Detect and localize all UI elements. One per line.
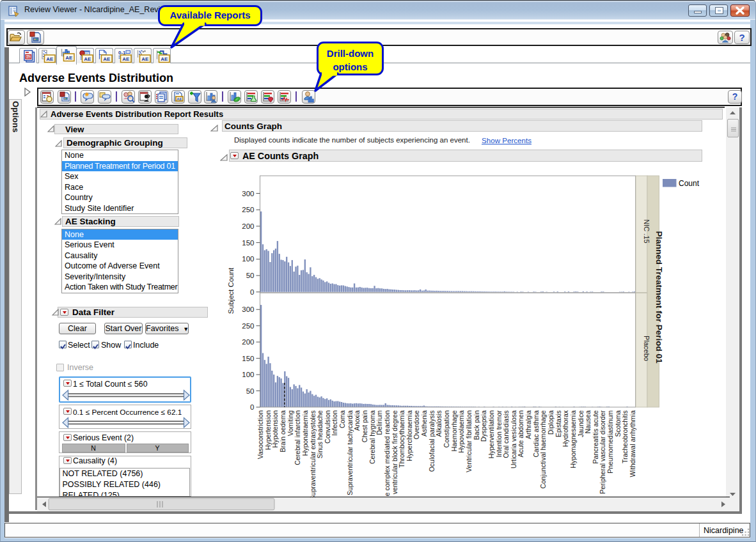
svg-text:Conjunctival haemorrhage: Conjunctival haemorrhage bbox=[539, 410, 547, 489]
svg-text:Vasoconstriction: Vasoconstriction bbox=[256, 410, 264, 459]
svg-text:250: 250 bbox=[242, 322, 254, 330]
svg-text:ventricular block first degree: ventricular block first degree bbox=[391, 410, 398, 494]
svg-text:0: 0 bbox=[250, 288, 254, 296]
svg-text:Oculofacial paralysis: Oculofacial paralysis bbox=[428, 410, 436, 472]
svg-text:Arthralgia: Arthralgia bbox=[524, 410, 532, 439]
svg-text:NIC .15: NIC .15 bbox=[643, 219, 650, 243]
svg-text:150: 150 bbox=[242, 355, 254, 362]
svg-text:Anoxia: Anoxia bbox=[353, 410, 361, 431]
svg-text:Hyperchloraemia: Hyperchloraemia bbox=[406, 410, 413, 461]
svg-text:250: 250 bbox=[242, 206, 254, 213]
svg-text:Scotoma: Scotoma bbox=[614, 410, 622, 437]
svg-text:Back pain: Back pain bbox=[473, 410, 480, 440]
svg-text:Hydrothorax: Hydrothorax bbox=[562, 410, 569, 447]
svg-text:Hypotension: Hypotension bbox=[271, 410, 279, 448]
svg-text:200: 200 bbox=[242, 222, 254, 230]
svg-text:e complex mediated reaction: e complex mediated reaction bbox=[383, 410, 391, 496]
svg-text:Planned Treatment for Period 0: Planned Treatment for Period 01 bbox=[654, 231, 664, 364]
svg-text:Alkalosis: Alkalosis bbox=[435, 410, 443, 437]
svg-text:Hypovolaemia: Hypovolaemia bbox=[457, 410, 465, 453]
svg-text:50: 50 bbox=[246, 272, 255, 279]
svg-text:Supraventricular tachycardia: Supraventricular tachycardia bbox=[346, 410, 354, 495]
svg-text:Brain oedema: Brain oedema bbox=[279, 410, 287, 453]
svg-text:Urticaria vesiculosa: Urticaria vesiculosa bbox=[510, 410, 517, 468]
svg-text:Chest pain: Chest pain bbox=[361, 410, 368, 442]
svg-text:Jaundice: Jaundice bbox=[577, 410, 585, 437]
svg-text:Overdose: Overdose bbox=[413, 410, 420, 440]
svg-text:300: 300 bbox=[242, 190, 254, 197]
svg-text:300: 300 bbox=[242, 306, 254, 313]
svg-text:Infection: Infection bbox=[331, 410, 338, 436]
svg-text:Count: Count bbox=[679, 179, 700, 188]
svg-text:Cerebral hygroma: Cerebral hygroma bbox=[368, 410, 376, 464]
svg-text:Epistaxis: Epistaxis bbox=[555, 410, 562, 437]
svg-text:Coma: Coma bbox=[338, 410, 346, 428]
svg-text:Hypertension: Hypertension bbox=[264, 410, 272, 450]
svg-text:AE: AE bbox=[65, 55, 73, 61]
svg-text:Hyperventilation: Hyperventilation bbox=[487, 410, 495, 458]
svg-text:Oral candidiasis: Oral candidiasis bbox=[502, 410, 510, 458]
svg-text:Tracheobronchitis: Tracheobronchitis bbox=[621, 410, 629, 463]
svg-text:Withdrawal arrhythmia: Withdrawal arrhythmia bbox=[629, 410, 636, 477]
svg-text:Acute abdomen: Acute abdomen bbox=[517, 410, 524, 458]
svg-text:Nausea: Nausea bbox=[584, 410, 592, 433]
svg-text:Hyponatraemia: Hyponatraemia bbox=[301, 410, 309, 456]
svg-text:Ventricular fibrillation: Ventricular fibrillation bbox=[465, 410, 473, 472]
svg-text:Cardiac asthma: Cardiac asthma bbox=[532, 410, 540, 458]
svg-text:150: 150 bbox=[242, 239, 254, 247]
svg-text:Delirium: Delirium bbox=[375, 410, 383, 435]
svg-text:Cerebral infarction: Cerebral infarction bbox=[294, 410, 301, 465]
svg-text:0: 0 bbox=[250, 403, 254, 411]
svg-text:Haemorrhage: Haemorrhage bbox=[450, 410, 458, 451]
svg-text:Diplopia: Diplopia bbox=[547, 410, 555, 435]
svg-text:Subject Count: Subject Count bbox=[227, 267, 235, 314]
svg-text:100: 100 bbox=[242, 255, 254, 263]
svg-text:Intention tremor: Intention tremor bbox=[495, 410, 503, 458]
svg-text:200: 200 bbox=[242, 338, 254, 346]
svg-text:Placebo: Placebo bbox=[643, 336, 650, 361]
svg-text:Constipation: Constipation bbox=[443, 410, 450, 448]
svg-text:Peripheral vascular disorder: Peripheral vascular disorder bbox=[599, 410, 606, 494]
svg-text:50: 50 bbox=[246, 387, 255, 395]
svg-text:Hypomagnesaemia: Hypomagnesaemia bbox=[569, 410, 577, 468]
svg-text:Pancreatitis acute: Pancreatitis acute bbox=[592, 410, 599, 464]
svg-text:Thrombocythaemia: Thrombocythaemia bbox=[398, 410, 406, 468]
svg-text:100: 100 bbox=[242, 371, 254, 378]
svg-text:Pneumomediastinum: Pneumomediastinum bbox=[606, 410, 614, 474]
svg-text:Dyspepsia: Dyspepsia bbox=[480, 410, 487, 442]
svg-text:Sinus headache: Sinus headache bbox=[316, 410, 324, 458]
svg-text:Vomiting: Vomiting bbox=[287, 410, 294, 436]
svg-text:Convulsion: Convulsion bbox=[324, 410, 331, 444]
svg-text:Supraventricular extrasystoles: Supraventricular extrasystoles bbox=[309, 410, 317, 500]
svg-text:Asthenia: Asthenia bbox=[420, 410, 428, 437]
